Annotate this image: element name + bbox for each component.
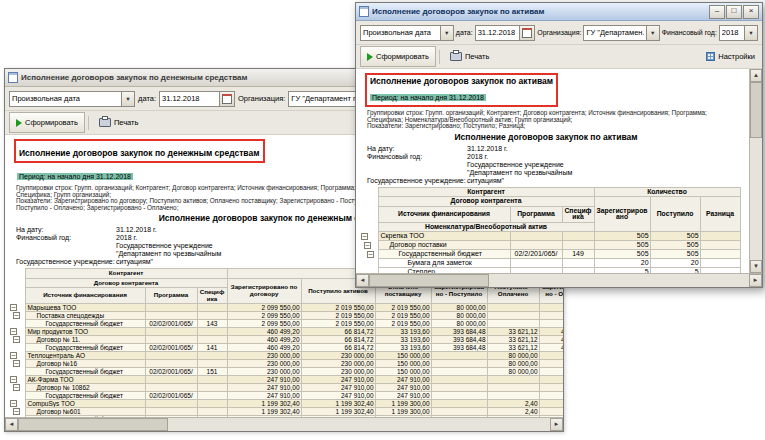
report-row[interactable]: –Скрепка ТОО505505 xyxy=(360,232,740,241)
cell-value[interactable]: 460 499,20 xyxy=(227,336,301,344)
cell-value[interactable]: 247 910,00 xyxy=(227,376,301,384)
period-mode-combo[interactable]: Произвольная дата ▼ xyxy=(9,91,135,107)
generate-button[interactable]: Сформировать xyxy=(9,112,85,133)
chevron-down-icon[interactable]: ▼ xyxy=(646,26,659,40)
cell-value[interactable]: 80 000,00 xyxy=(487,360,539,368)
cell-value[interactable]: 33 621,12 xyxy=(487,336,539,344)
report-row[interactable]: –Договор поставки505505 xyxy=(360,241,740,250)
cell-value[interactable] xyxy=(487,320,539,328)
scrollbar-track[interactable] xyxy=(168,418,550,431)
report-row[interactable]: Государственный бюджет02/02/001/065/1432… xyxy=(9,320,563,328)
cell-value[interactable]: 20 xyxy=(650,259,700,268)
cell-specifics[interactable] xyxy=(197,400,227,408)
cell-value[interactable]: 230 000,00 xyxy=(301,360,375,368)
cell-name[interactable]: Государственный бюджет xyxy=(378,250,510,259)
cell-value[interactable]: 80 000,00 xyxy=(539,368,563,376)
report-row[interactable]: –Договор № 10862247 910,00247 910,00247 … xyxy=(9,384,563,392)
cell-program[interactable]: 02/02/001/065/ xyxy=(145,416,197,418)
scroll-left-icon[interactable]: ◄ xyxy=(5,418,18,431)
cell-value[interactable] xyxy=(700,250,740,259)
cell-value[interactable]: 150 000,00 xyxy=(375,360,431,368)
cell-value[interactable]: 505 xyxy=(594,232,650,241)
generate-button[interactable]: Сформировать xyxy=(360,46,436,67)
cell-specifics[interactable]: 151 xyxy=(197,368,227,376)
calendar-icon[interactable] xyxy=(219,92,234,106)
scrollbar-thumb[interactable] xyxy=(750,82,762,138)
cell-value[interactable] xyxy=(700,241,740,250)
cell-value[interactable]: 393 684,48 xyxy=(431,344,487,352)
cell-value[interactable]: 505 xyxy=(650,232,700,241)
cell-specifics[interactable] xyxy=(197,384,227,392)
cell-name[interactable]: Бумага для заметок xyxy=(378,259,510,268)
cell-value[interactable] xyxy=(487,376,539,384)
cell-value[interactable]: 247 910,00 xyxy=(227,392,301,400)
cell-value[interactable] xyxy=(539,384,563,392)
report-row[interactable]: –Договор №16230 000,00230 000,00150 000,… xyxy=(9,360,563,368)
cell-specifics[interactable]: 143 xyxy=(197,320,227,328)
report-row[interactable]: –Договор №6011 199 302,401 199 302,401 1… xyxy=(9,408,563,416)
cell-value[interactable]: 80 000,00 xyxy=(487,352,539,360)
cell-value[interactable] xyxy=(700,268,740,274)
cell-value[interactable]: 1 199 302,40 xyxy=(301,400,375,408)
cell-name[interactable]: Мир продуктов ТОО xyxy=(25,328,145,336)
cell-value[interactable] xyxy=(487,312,539,320)
horizontal-scrollbar[interactable]: ◄ ► xyxy=(5,417,563,431)
cell-value[interactable]: 505 xyxy=(594,241,650,250)
cell-specifics[interactable] xyxy=(197,408,227,416)
cell-value[interactable]: 2 099 550,00 xyxy=(227,304,301,312)
cell-value[interactable]: 460 499,20 xyxy=(227,344,301,352)
cell-program[interactable]: 02/02/001/065/ xyxy=(145,368,197,376)
assets-window-titlebar[interactable]: Исполнение договоров закупок по активам … xyxy=(356,3,762,21)
cell-specifics[interactable] xyxy=(562,241,594,250)
cell-value[interactable] xyxy=(431,400,487,408)
cell-value[interactable]: 33 193,60 xyxy=(375,328,431,336)
cell-program[interactable] xyxy=(145,360,197,368)
report-row[interactable]: –Поставка спецодежды2 099 550,002 019 55… xyxy=(9,312,563,320)
cell-value[interactable]: 2 019 550,00 xyxy=(301,304,375,312)
cell-value[interactable] xyxy=(431,376,487,384)
cell-name[interactable]: Договор № 11. xyxy=(25,336,145,344)
cell-value[interactable]: 2,40 xyxy=(539,408,563,416)
cell-specifics[interactable]: 149 xyxy=(562,250,594,259)
cell-value[interactable]: 5 xyxy=(594,268,650,274)
collapse-toggle-icon[interactable]: – xyxy=(10,328,17,335)
close-button[interactable]: × xyxy=(743,5,759,19)
cell-name[interactable]: Договор поставки xyxy=(378,241,510,250)
cell-value[interactable]: 80 000,00 xyxy=(431,320,487,328)
cell-value[interactable]: 2 019 550,00 xyxy=(375,312,431,320)
cell-value[interactable] xyxy=(487,384,539,392)
organization-input[interactable]: ГУ "Департамен... ▼ xyxy=(583,25,659,41)
cell-value[interactable] xyxy=(539,376,563,384)
cell-name[interactable]: Государственный бюджет xyxy=(25,392,145,400)
scrollbar-thumb[interactable] xyxy=(369,274,489,287)
report-row[interactable]: –АК-Фарма ТОО247 910,00247 910,00247 910… xyxy=(9,376,563,384)
print-button[interactable]: Печать xyxy=(443,46,497,67)
cell-name[interactable]: Государственный бюджет xyxy=(25,344,145,352)
cell-value[interactable]: 66 814,72 xyxy=(301,328,375,336)
report-row[interactable]: –CompuSys ТОО1 199 302,401 199 302,401 1… xyxy=(9,400,563,408)
cell-value[interactable]: 33 193,60 xyxy=(375,344,431,352)
cell-value[interactable]: 1 199 302,40 xyxy=(301,416,375,418)
chevron-down-icon[interactable]: ▼ xyxy=(440,26,453,40)
cell-specifics[interactable] xyxy=(197,336,227,344)
cell-value[interactable]: 20 xyxy=(594,259,650,268)
report-row[interactable]: –Договор № 11.460 499,2066 814,7233 193,… xyxy=(9,336,563,344)
cell-value[interactable]: 230 000,00 xyxy=(227,352,301,360)
cell-program[interactable] xyxy=(145,376,197,384)
cell-value[interactable]: 80 000,00 xyxy=(431,312,487,320)
report-row[interactable]: Государственный бюджет02/02/001/065/1512… xyxy=(9,368,563,376)
cell-value[interactable] xyxy=(487,304,539,312)
scroll-right-icon[interactable]: ► xyxy=(550,418,563,431)
cell-name[interactable]: АК-Фарма ТОО xyxy=(25,376,145,384)
cell-program[interactable] xyxy=(145,328,197,336)
cell-value[interactable] xyxy=(431,368,487,376)
cell-value[interactable]: 460 499,20 xyxy=(227,328,301,336)
cell-specifics[interactable] xyxy=(197,392,227,400)
cell-specifics[interactable] xyxy=(197,328,227,336)
fiscal-year-input[interactable]: 2018 ▼ xyxy=(719,25,758,41)
report-row[interactable]: –Государственный бюджет02/2/201/065/1495… xyxy=(360,250,740,259)
cell-name[interactable]: Государственный бюджет xyxy=(25,368,145,376)
cell-value[interactable]: 2 019 550,00 xyxy=(301,320,375,328)
cell-value[interactable]: 427 305,60 xyxy=(539,328,563,336)
scrollbar-track[interactable] xyxy=(750,138,762,260)
